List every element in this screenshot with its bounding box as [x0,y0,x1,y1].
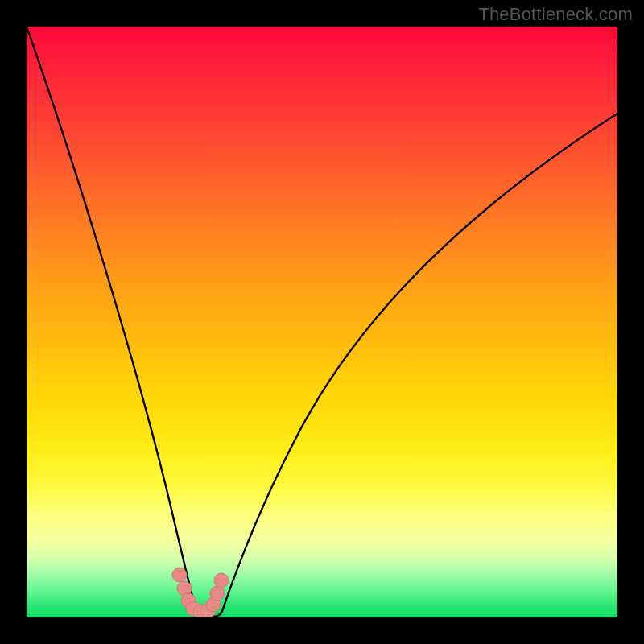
curve-layer [27,27,617,617]
svg-point-7 [210,586,225,601]
bottleneck-curve [27,27,617,617]
trough-markers [172,568,229,617]
plot-area [27,27,617,617]
svg-point-0 [172,568,187,582]
watermark-text: TheBottleneck.com [478,4,633,25]
outer-frame: TheBottleneck.com [0,0,644,644]
svg-point-8 [214,573,229,588]
